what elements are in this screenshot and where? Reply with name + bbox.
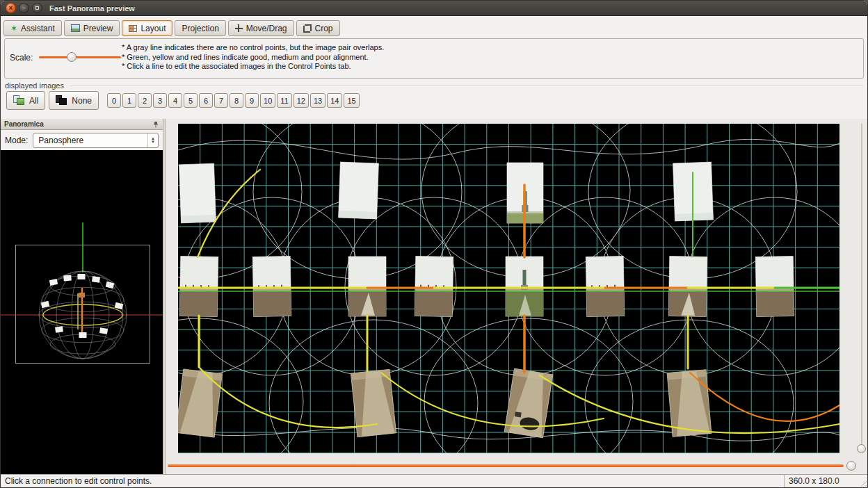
panel-title: Panoramica [4,120,44,128]
assistant-icon: ✶ [10,25,17,32]
resize-grip-icon[interactable] [858,478,867,487]
help-line: * Green, yellow and red lines indicate g… [122,53,384,63]
panosphere-preview[interactable] [1,150,163,475]
none-button-label: None [72,96,92,106]
image-thumbnail[interactable] [252,257,291,317]
displayed-images-toolbar: All None 0123456789101112131415 [6,91,360,110]
app-window: × − Fast Panorama preview ✶ Assistant Pr… [0,0,868,488]
displayed-images-label: displayed images [5,81,64,90]
movedrag-icon [235,24,243,32]
tab-label: Move/Drag [246,24,287,33]
show-none-button[interactable]: None [49,91,99,110]
scale-help-panel: Scale: * A gray line indicates there are… [4,38,864,79]
tab-bar: ✶ Assistant Preview Layout Projection Mo… [1,17,867,36]
tab-move-drag[interactable]: Move/Drag [228,20,294,36]
main-split: Panoramica Mode: Panosphere ▲▼ [1,119,868,475]
tab-label: Projection [182,24,218,33]
image-toggle-row: 0123456789101112131415 [107,93,360,108]
image-toggle-12[interactable]: 12 [294,93,309,108]
panosphere-panel: Panoramica Mode: Panosphere ▲▼ [1,119,163,475]
scale-label: Scale: [10,53,33,63]
layout-icon [129,25,137,32]
tab-crop[interactable]: Crop [296,20,340,36]
vertical-scrollbar-thumb[interactable] [857,444,866,453]
tab-label: Assistant [21,24,55,33]
image-toggle-6[interactable]: 6 [199,93,213,108]
crop-icon [303,24,312,33]
show-all-button[interactable]: All [6,91,45,110]
horizontal-scrollbar[interactable] [168,461,858,471]
image-toggle-14[interactable]: 14 [327,93,342,108]
image-toggle-7[interactable]: 7 [214,93,228,108]
minimize-button[interactable]: − [19,3,29,13]
horizontal-scrollbar-track [168,464,844,467]
no-images-icon [56,95,67,106]
tab-projection[interactable]: Projection [175,20,225,36]
pano-size-field: 360.0 x 180.0 [784,475,867,487]
image-toggle-3[interactable]: 3 [153,93,167,108]
tab-assistant[interactable]: ✶ Assistant [3,20,62,36]
image-toggle-5[interactable]: 5 [184,93,198,108]
image-thumbnail[interactable] [339,162,379,219]
image-thumbnail[interactable] [415,257,453,317]
maximize-button[interactable] [32,3,42,13]
image-toggle-9[interactable]: 9 [245,93,259,108]
image-thumbnail[interactable] [348,257,386,316]
help-line: * Click a line to edit the associated im… [122,62,384,72]
status-message: Click a connection to edit control point… [1,475,784,487]
scale-slider-thumb[interactable] [67,52,77,62]
mode-value: Panosphere [38,136,83,145]
scale-slider[interactable] [39,52,121,63]
status-bar: Click a connection to edit control point… [1,474,867,487]
tab-label: Crop [315,24,333,33]
tab-label: Preview [83,24,113,33]
image-toggle-0[interactable]: 0 [107,93,121,108]
all-button-label: All [29,96,38,106]
tab-layout[interactable]: Layout [122,20,172,36]
titlebar[interactable]: × − Fast Panorama preview [1,1,867,16]
pin-icon[interactable] [152,121,159,128]
panosphere-canvas[interactable] [1,150,163,475]
preview-icon [71,24,80,32]
close-button[interactable]: × [6,3,16,13]
tab-preview[interactable]: Preview [64,20,120,36]
help-text: * A gray line indicates there are no con… [122,43,384,72]
image-thumbnail[interactable] [668,257,707,317]
image-toggle-1[interactable]: 1 [122,93,136,108]
layout-region [166,119,868,475]
image-toggle-4[interactable]: 4 [168,93,182,108]
image-thumbnail[interactable] [179,257,218,317]
image-thumbnail[interactable] [755,257,794,317]
image-toggle-8[interactable]: 8 [230,93,243,108]
pano-size-value: 360.0 x 180.0 [789,476,839,486]
vertical-scrollbar[interactable] [857,124,866,453]
image-toggle-13[interactable]: 13 [310,93,326,108]
image-thumbnail[interactable] [506,257,543,316]
image-thumbnail[interactable] [179,163,216,223]
image-toggle-11[interactable]: 11 [277,93,291,108]
image-thumbnail[interactable] [178,369,222,437]
mode-label: Mode: [5,136,28,145]
window-title: Fast Panorama preview [49,4,135,13]
panosphere-panel-header: Panoramica [1,119,163,130]
scale-slider-track [39,56,121,58]
vertical-scrollbar-track [861,124,862,453]
horizontal-scrollbar-thumb[interactable] [846,461,856,471]
layout-canvas[interactable] [178,124,839,453]
image-toggle-15[interactable]: 15 [344,93,359,108]
image-toggle-10[interactable]: 10 [260,93,275,108]
mode-select[interactable]: Panosphere ▲▼ [33,133,159,148]
spinner-arrows-icon[interactable]: ▲▼ [147,133,158,147]
image-thumbnail[interactable] [586,257,624,317]
mode-row: Mode: Panosphere ▲▼ [1,130,163,150]
group-box-rule [70,86,863,86]
tab-label: Layout [140,24,166,33]
help-line: * A gray line indicates there are no con… [122,43,384,53]
all-images-icon [13,95,25,106]
image-toggle-2[interactable]: 2 [138,93,152,108]
